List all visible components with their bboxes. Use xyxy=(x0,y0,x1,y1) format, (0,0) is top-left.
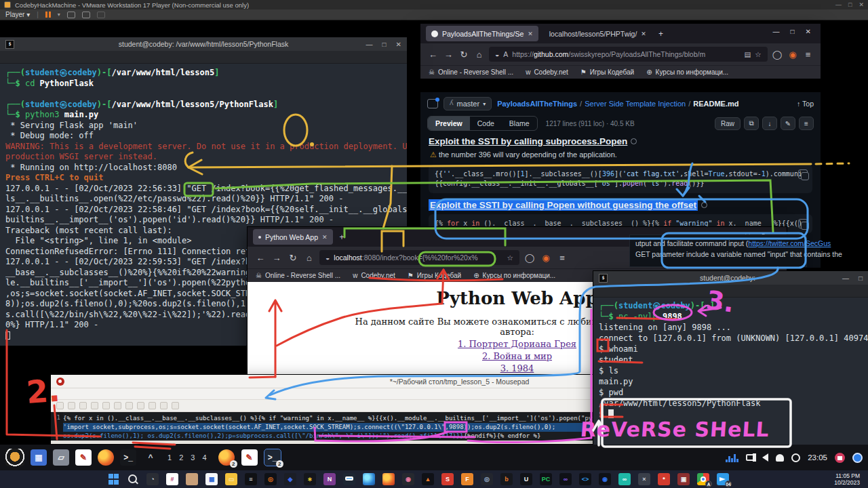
tab-python-web-app[interactable]: Python Web App ✕ xyxy=(253,229,333,245)
tab-close-icon[interactable]: ✕ xyxy=(322,234,328,241)
minimize-icon[interactable]: — xyxy=(842,274,849,282)
workspace-switcher[interactable]: 1 2 3 4 xyxy=(167,453,210,462)
reader-view-icon[interactable]: ▤ xyxy=(744,50,751,58)
calendar-icon[interactable]: ▦ xyxy=(205,473,218,485)
tab-close-icon[interactable]: ✕ xyxy=(528,30,533,37)
start-icon[interactable] xyxy=(107,473,119,485)
readme-heading-subprocess[interactable]: Exploit the SSTI by calling subprocess.P… xyxy=(429,136,821,146)
codeby-menu-icon[interactable] xyxy=(5,449,24,466)
maximize-icon[interactable]: □ xyxy=(848,1,852,8)
mousepad-running-icon[interactable]: ✎ xyxy=(241,449,258,466)
bookmark-item[interactable]: ⊕Курсы по информаци... xyxy=(646,68,728,76)
photos-app-icon[interactable]: ▣ xyxy=(677,473,690,485)
minimize-icon[interactable]: — xyxy=(835,1,842,8)
copy-icon[interactable]: ⧉ xyxy=(744,117,759,130)
pycharm-icon[interactable]: PC xyxy=(540,473,552,485)
close-icon[interactable]: ✕ xyxy=(396,41,401,48)
shield-icon[interactable]: ◒ xyxy=(495,50,499,58)
minimize-icon[interactable]: — xyxy=(773,28,780,35)
camera-app-icon[interactable]: ◎ xyxy=(481,473,493,485)
telegram-icon[interactable]: 04 xyxy=(717,473,729,485)
url-bar[interactable]: ◒ A https://github.com/swisskyrepo/Paylo… xyxy=(489,47,768,62)
copy-code-icon[interactable] xyxy=(798,169,808,179)
branch-selector[interactable]: y master ▾ xyxy=(443,97,492,110)
back-icon[interactable]: ← xyxy=(427,49,439,60)
forward-icon[interactable]: → xyxy=(443,49,454,60)
virtualbox-icon[interactable]: ◆ xyxy=(284,473,296,485)
reload-icon[interactable]: ↻ xyxy=(287,253,299,263)
firefox-running-icon[interactable]: 2 xyxy=(218,449,235,466)
terminal-icon[interactable]: >_ xyxy=(120,449,136,466)
bookmark-star-icon[interactable]: ☆ xyxy=(755,50,761,58)
terminal-window-controls[interactable]: — □ xyxy=(842,274,863,282)
volume-icon[interactable] xyxy=(762,453,768,462)
vmware-window-controls[interactable]: — □ ✕ xyxy=(835,1,864,8)
mousepad-icon[interactable]: ✎ xyxy=(75,449,92,466)
chrome-icon[interactable] xyxy=(343,473,355,485)
home-icon[interactable]: ⌂ xyxy=(303,253,315,263)
url-bar[interactable]: ◒ localhost:8080/index?book={%%20for%20x… xyxy=(319,250,519,265)
onenote-icon[interactable]: N xyxy=(323,473,336,485)
view-switcher[interactable]: Preview Code Blame xyxy=(427,116,538,131)
utility-app-icon[interactable]: × xyxy=(638,473,650,485)
forward-icon[interactable]: → xyxy=(271,253,283,263)
terminal-flask-titlebar[interactable]: $ student@codeby: /var/www/html/lesson5/… xyxy=(0,37,407,51)
portrait-app-icon[interactable] xyxy=(186,473,198,485)
f-app-icon[interactable]: F xyxy=(461,473,473,485)
gauge-app-icon[interactable]: ◔ xyxy=(146,473,159,485)
workflow-app-icon[interactable]: ∗ xyxy=(304,473,316,485)
bookmark-item[interactable]: ⚑Игры Кодебай xyxy=(580,68,634,76)
code-block-subprocess[interactable]: {{''.__class__.mro()[1].__subclasses__()… xyxy=(429,165,812,193)
shield-s-app-icon[interactable]: S xyxy=(441,473,454,485)
visual-studio-icon[interactable]: ∞ xyxy=(559,473,572,485)
bookmark-item[interactable]: ☠Online - Reverse Shell ... xyxy=(429,68,513,76)
caret-up-icon[interactable]: ^ xyxy=(142,449,159,466)
windows-clock[interactable]: 11:05 PM 10/2/2023 xyxy=(834,472,860,486)
tab-preview[interactable]: Preview xyxy=(428,117,470,130)
davinci-resolve-icon[interactable]: ◉ xyxy=(402,473,414,485)
back-to-top-link[interactable]: ↑ Top xyxy=(797,100,814,108)
bookmark-star-icon[interactable]: ☆ xyxy=(507,253,513,262)
player-menu[interactable]: Player ▾ xyxy=(5,11,30,18)
bookmark-item[interactable]: ⚑Игры Кодебай xyxy=(408,272,461,279)
pocket-icon[interactable]: ◯ xyxy=(524,253,536,263)
notes-app-icon[interactable]: ≡ xyxy=(245,473,257,485)
github-window-controls[interactable]: — □ ✕ xyxy=(773,28,811,35)
vscode-icon[interactable]: <> xyxy=(579,473,591,485)
anchor-link-icon[interactable] xyxy=(631,138,637,144)
firefox-icon[interactable] xyxy=(98,449,114,466)
anchor-link-icon[interactable] xyxy=(701,202,707,208)
download-icon[interactable]: ↓ xyxy=(762,117,777,130)
tab-close-icon[interactable]: ✕ xyxy=(641,30,646,37)
terminal-netcat-titlebar[interactable]: $ student@codeby: ~ — □ xyxy=(593,271,868,285)
blender-icon[interactable]: b xyxy=(500,473,513,485)
menu-icon[interactable]: ≡ xyxy=(556,253,568,263)
reload-icon[interactable]: ↻ xyxy=(458,49,470,60)
breadcrumb[interactable]: PayloadsAllTheThings/ Server Side Templa… xyxy=(497,100,738,108)
minimize-icon[interactable]: — xyxy=(366,41,373,48)
maps-app-icon[interactable]: ◉ xyxy=(599,473,611,485)
camtasia-icon[interactable]: ∞ xyxy=(618,473,631,485)
close-icon[interactable]: ✕ xyxy=(806,28,811,35)
red-gear-app-icon[interactable]: * xyxy=(658,473,670,485)
home-icon[interactable]: ⌂ xyxy=(473,49,485,60)
tab-code[interactable]: Code xyxy=(470,117,502,130)
firefox-icon[interactable] xyxy=(382,473,395,485)
folder-icon[interactable]: ▱ xyxy=(53,449,69,466)
chrome-profile-icon[interactable]: A xyxy=(697,473,709,485)
copy-code-icon[interactable] xyxy=(798,219,808,228)
pause-dropdown-icon[interactable]: ▾ xyxy=(58,12,60,18)
raw-button[interactable]: Raw xyxy=(715,117,741,130)
bookmark-item[interactable]: ☠Online - Reverse Shell ... xyxy=(256,272,340,279)
carrot-app-icon[interactable]: ▲ xyxy=(422,473,434,485)
menu-icon[interactable]: ≡ xyxy=(802,49,814,60)
session-icon[interactable] xyxy=(852,453,863,463)
notifications-bell-icon[interactable] xyxy=(776,454,784,462)
bookmark-item[interactable]: ⊕Курсы по информаци... xyxy=(473,272,555,279)
tab-blame[interactable]: Blame xyxy=(502,117,537,130)
firefox-account-icon[interactable]: ◉ xyxy=(540,253,552,263)
shield-icon[interactable]: ◒ xyxy=(326,253,330,262)
tab-localhost-phptwig[interactable]: localhost/lesson5/PHPTwig/ ✕ xyxy=(544,26,652,41)
pause-icon[interactable] xyxy=(45,12,51,18)
fullscreen-icon[interactable] xyxy=(82,12,90,18)
